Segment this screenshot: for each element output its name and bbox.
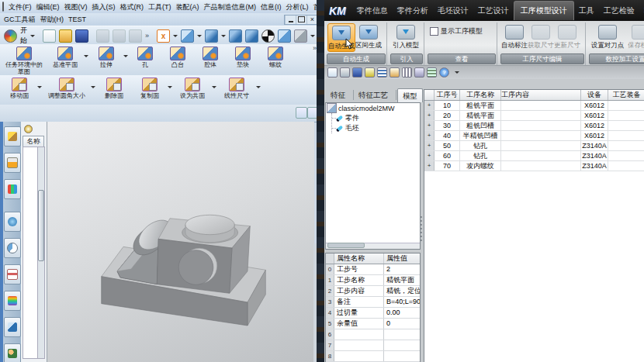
menu-edit[interactable]: 编辑(E) xyxy=(34,1,62,13)
delete-face-button[interactable]: 删除面 xyxy=(96,76,132,104)
pad-button[interactable]: 垫块 xyxy=(227,45,259,74)
make-coplanar-button[interactable]: 设为共面 xyxy=(173,76,212,104)
sketch-in-task-env-button[interactable]: 任务环境中的草图 xyxy=(2,45,47,74)
panel-tab-feature-process[interactable]: 特征工艺 xyxy=(354,88,393,102)
view-orient-dropdown-icon[interactable] xyxy=(173,35,178,37)
close-icon[interactable]: × xyxy=(306,16,317,24)
qt-link-icon[interactable] xyxy=(414,67,424,78)
process-row[interactable]: + 70 攻内螺纹 Z3140A xyxy=(424,161,644,171)
menu-file[interactable]: 文件(F) xyxy=(6,1,34,13)
menu-analysis[interactable]: 分析(L) xyxy=(284,1,311,13)
process-row[interactable]: + 20 精铣平面 X6012 xyxy=(424,111,644,121)
set-tool-point-button[interactable]: 设置对刀点 xyxy=(590,23,625,50)
minimize-icon[interactable] xyxy=(285,16,296,24)
start-icon[interactable] xyxy=(4,29,17,43)
menu-pmi[interactable]: 产品制造信息(M) xyxy=(202,1,259,13)
shaded-view-icon[interactable] xyxy=(205,29,218,43)
tree-hscrollbar-thumb[interactable] xyxy=(327,243,365,248)
row-expander-icon[interactable]: + xyxy=(424,121,435,130)
show-process-model-option[interactable]: 显示工序模型 xyxy=(430,26,483,36)
qt-columns-icon[interactable] xyxy=(402,67,412,78)
3d-viewport[interactable] xyxy=(47,122,314,362)
shaded-dropdown-icon[interactable] xyxy=(221,35,226,37)
row-expander-icon[interactable]: + xyxy=(424,141,435,150)
menu-information[interactable]: 信息(I) xyxy=(258,1,284,13)
menu-test[interactable]: TEST xyxy=(66,13,88,26)
roles-icon[interactable] xyxy=(4,343,21,362)
3d-model[interactable] xyxy=(69,194,314,362)
tab-blank-design[interactable]: 毛坯设计 xyxy=(433,2,473,20)
make-coplanar-dropdown-icon[interactable] xyxy=(212,86,216,88)
auto-annotate-button[interactable]: 自动标注 xyxy=(501,23,528,50)
extrude-button[interactable]: 拉伸 xyxy=(89,45,123,74)
tree-root[interactable]: classicmodel2MW xyxy=(326,103,420,113)
row-expander-icon[interactable]: + xyxy=(424,131,435,140)
menu-help[interactable]: 帮助(H) xyxy=(38,13,67,26)
toolbar-overflow-icon[interactable]: » xyxy=(145,32,149,40)
col-process-content[interactable]: 工序内容 xyxy=(501,90,581,100)
menu-assembly[interactable]: 装配(A) xyxy=(174,1,202,13)
row-expander-icon[interactable]: + xyxy=(424,151,435,160)
col-process-name[interactable]: 工序名称 xyxy=(460,90,501,100)
pocket-button[interactable]: 腔体 xyxy=(194,45,227,74)
show-process-model-checkbox[interactable] xyxy=(430,27,438,36)
auto-generate-button[interactable]: 自动生成 xyxy=(327,23,355,52)
view-orient-icon[interactable]: x xyxy=(157,29,170,43)
measure-icon[interactable] xyxy=(4,317,21,337)
datum-plane-button[interactable]: 基准平面 xyxy=(47,45,84,74)
resize-blend-button[interactable]: 调整圆角大小 xyxy=(43,76,91,104)
splitter-grip[interactable] xyxy=(421,216,422,243)
studio-view-icon[interactable] xyxy=(245,29,258,43)
gray-view-dropdown-icon[interactable] xyxy=(310,35,315,37)
save-icon[interactable] xyxy=(75,29,88,43)
internet-icon[interactable] xyxy=(4,212,21,232)
navigator-scrollbar-thumb[interactable] xyxy=(38,190,44,261)
qt-options-icon[interactable] xyxy=(427,67,437,78)
panel-tab-feature[interactable]: 特征 xyxy=(326,88,350,102)
menu-insert[interactable]: 插入(S) xyxy=(90,1,118,13)
process-row[interactable]: + 50 钻孔 Z3140A xyxy=(424,141,644,151)
tree-item-blank[interactable]: 毛坯 xyxy=(332,123,420,133)
property-row[interactable]: 0 工步号 2 xyxy=(326,264,420,275)
section-view-icon[interactable] xyxy=(278,29,291,43)
linear-dimension-button[interactable]: 线性尺寸 xyxy=(217,76,256,104)
menu-tools[interactable]: 工具(T) xyxy=(146,1,174,13)
copy-face-button[interactable]: 复制面 xyxy=(132,76,168,104)
datum-plane-dropdown-icon[interactable] xyxy=(84,55,88,57)
tab-part-info[interactable]: 零件信息 xyxy=(352,2,393,20)
tree-hscrollbar[interactable] xyxy=(326,243,420,249)
property-row[interactable]: 8 xyxy=(326,351,420,362)
process-studio-icon[interactable] xyxy=(4,264,21,284)
wireframe-dropdown-icon[interactable] xyxy=(197,35,202,37)
property-row[interactable]: 2 工步内容 精铣，定位尺 xyxy=(326,286,420,297)
col-equipment[interactable]: 设备 xyxy=(581,90,608,100)
process-row[interactable]: + 10 粗铣平面 X6012 xyxy=(424,101,644,111)
restore-icon[interactable] xyxy=(296,16,306,24)
wireframe-view-icon[interactable] xyxy=(181,29,194,43)
property-row[interactable]: 7 xyxy=(326,340,420,351)
render-style-icon[interactable] xyxy=(261,29,275,43)
gray-view-icon[interactable] xyxy=(294,29,307,43)
extrude-dropdown-icon[interactable] xyxy=(123,55,128,57)
qt-structure-icon[interactable] xyxy=(390,67,400,78)
property-row[interactable]: 1 工步名称 精铣平面 xyxy=(326,275,420,286)
navigator-name-header[interactable]: 名称 xyxy=(23,136,44,147)
history-icon[interactable] xyxy=(4,238,21,258)
property-row[interactable]: 4 过切量 0.00 xyxy=(326,308,420,319)
start-button[interactable]: 开始 xyxy=(20,26,27,46)
thread-button[interactable]: 螺纹 xyxy=(259,45,292,74)
import-model-button[interactable]: 引入模型 xyxy=(391,23,421,50)
move-face-dropdown-icon[interactable] xyxy=(37,86,42,88)
linear-dimension-dropdown-icon[interactable] xyxy=(256,86,261,88)
hole-button[interactable]: 孔 xyxy=(129,45,161,74)
interval-generate-button[interactable]: 区间生成 xyxy=(355,23,382,50)
assembly-navigator-icon[interactable] xyxy=(4,126,21,147)
tab-process-inspection[interactable]: 工艺检验 xyxy=(599,2,639,20)
tab-process-design[interactable]: 工艺设计 xyxy=(473,2,514,20)
copy-face-dropdown-icon[interactable] xyxy=(168,86,172,88)
palette-icon[interactable] xyxy=(4,291,21,311)
property-row[interactable]: 5 余量值 0 xyxy=(326,319,420,329)
tab-output[interactable]: 输出 xyxy=(639,2,644,20)
tree-item-part[interactable]: 零件 xyxy=(332,113,420,123)
col-tooling[interactable]: 工艺装备 xyxy=(608,90,644,100)
